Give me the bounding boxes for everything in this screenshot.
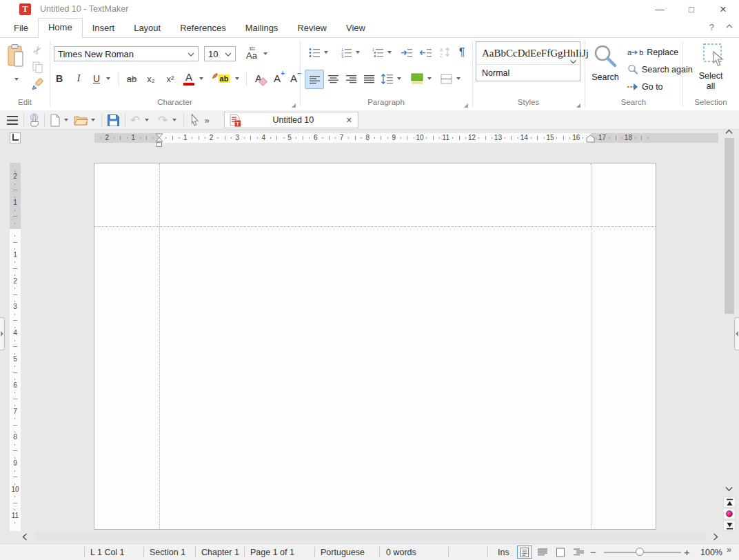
tab-layout[interactable]: Layout <box>124 19 170 37</box>
tab-file[interactable]: File <box>4 19 38 37</box>
align-center-button[interactable] <box>324 70 342 88</box>
tab-home[interactable]: Home <box>38 18 83 38</box>
zoom-slider-thumb[interactable] <box>636 548 644 556</box>
horizontal-ruler[interactable]: 21123456789101112131415161718 <box>94 133 718 143</box>
previous-page-button[interactable] <box>723 497 736 508</box>
superscript-button[interactable]: x² <box>161 70 179 88</box>
tab-view[interactable]: View <box>336 19 375 37</box>
zoom-out-button[interactable]: − <box>590 546 596 558</box>
tab-references[interactable]: References <box>170 19 235 37</box>
shading-dropdown[interactable] <box>427 77 432 82</box>
zoom-in-button[interactable]: + <box>684 546 690 558</box>
chevron-down-icon[interactable] <box>569 57 577 67</box>
numbered-list-button[interactable]: 123 <box>338 45 354 60</box>
statusbar-more-button[interactable]: » <box>727 545 731 554</box>
change-case-dropdown[interactable] <box>263 52 267 57</box>
maximize-button[interactable]: □ <box>676 0 707 18</box>
vertical-ruler[interactable]: 211234567891011 <box>10 163 21 531</box>
paste-dropdown[interactable] <box>14 78 19 83</box>
redo-button[interactable]: ↷ <box>156 112 170 128</box>
shrink-font-button[interactable]: A − <box>285 69 302 88</box>
chapter-indicator[interactable]: Chapter 1 <box>201 548 239 557</box>
reset-formatting-button[interactable]: A <box>250 69 267 88</box>
font-name-combo[interactable]: Times New Roman <box>54 46 199 61</box>
new-document-button[interactable] <box>48 113 62 127</box>
underline-button[interactable]: U <box>88 70 105 88</box>
subscript-button[interactable]: x₂ <box>142 70 160 88</box>
document-tab[interactable]: T Untitled 10 ✕ <box>224 112 358 128</box>
replace-button[interactable]: a b Replace <box>627 46 678 59</box>
minimize-button[interactable]: — <box>644 0 676 18</box>
new-document-dropdown[interactable] <box>64 119 68 123</box>
open-dropdown[interactable] <box>91 119 95 123</box>
character-dialog-launcher[interactable] <box>292 103 296 108</box>
page-indicator[interactable]: Page 1 of 1 <box>250 548 294 557</box>
styles-gallery[interactable]: AaBbCcDdEeFfGgHhIiJj Normal <box>476 41 580 81</box>
multilevel-list-button[interactable]: 1 <box>370 45 386 60</box>
help-icon[interactable]: ? <box>709 22 714 32</box>
close-button[interactable]: ✕ <box>707 0 739 18</box>
multilevel-list-dropdown[interactable] <box>387 51 392 56</box>
collapse-ribbon-icon[interactable] <box>725 22 733 32</box>
highlight-button[interactable]: ab <box>211 70 233 88</box>
decrease-indent-button[interactable] <box>418 45 434 60</box>
bold-button[interactable]: B <box>51 70 68 88</box>
toolbar-more-button[interactable]: » <box>201 113 212 127</box>
numbered-list-dropdown[interactable] <box>356 51 360 56</box>
line-spacing-button[interactable] <box>378 70 396 88</box>
change-case-button[interactable]: Aa <box>243 45 261 63</box>
chevron-down-icon[interactable] <box>225 49 232 59</box>
sort-button[interactable]: AZ <box>437 45 454 60</box>
paragraph-dialog-launcher[interactable] <box>464 103 468 108</box>
font-size-combo[interactable]: 10 <box>204 46 236 61</box>
font-color-dropdown[interactable] <box>199 77 203 82</box>
vertical-scrollbar-thumb[interactable] <box>725 138 734 314</box>
hamburger-menu-button[interactable] <box>6 114 19 126</box>
horizontal-scrollbar-thumb[interactable] <box>36 532 706 541</box>
indent-marker-box[interactable] <box>156 142 162 147</box>
undo-dropdown[interactable] <box>145 119 149 123</box>
document-page[interactable] <box>94 163 656 530</box>
save-button[interactable] <box>105 113 121 127</box>
indent-marker-left[interactable] <box>155 133 163 142</box>
language-indicator[interactable]: Portuguese <box>321 548 365 557</box>
word-count[interactable]: 0 words <box>386 548 416 557</box>
left-panel-handle[interactable] <box>0 317 5 350</box>
right-panel-handle[interactable] <box>734 317 739 350</box>
indent-marker-right[interactable] <box>586 134 595 143</box>
tab-review[interactable]: Review <box>287 19 336 37</box>
document-tab-close-icon[interactable]: ✕ <box>346 116 352 125</box>
paste-button[interactable] <box>6 42 28 70</box>
page-view-button[interactable] <box>517 546 532 559</box>
touch-mode-button[interactable] <box>26 112 41 128</box>
full-page-view-button[interactable] <box>553 546 568 559</box>
borders-dropdown[interactable] <box>456 77 460 82</box>
zoom-level[interactable]: 100% <box>700 548 722 557</box>
browse-object-button[interactable] <box>723 508 736 519</box>
format-painter-button[interactable] <box>29 77 45 93</box>
styles-dialog-launcher[interactable] <box>576 103 580 108</box>
search-button[interactable] <box>590 42 620 71</box>
cursor-position[interactable]: L 1 Col 1 <box>90 548 125 557</box>
borders-button[interactable] <box>437 70 455 88</box>
tab-mailings[interactable]: Mailings <box>236 19 288 37</box>
undo-button[interactable]: ↶ <box>128 112 142 128</box>
next-page-button[interactable] <box>723 520 736 531</box>
object-mode-button[interactable] <box>188 113 201 127</box>
bullet-list-button[interactable] <box>306 45 323 60</box>
tab-stop-selector[interactable] <box>10 132 21 143</box>
section-indicator[interactable]: Section 1 <box>150 548 185 557</box>
goto-button[interactable]: Go to <box>627 81 663 93</box>
formatting-marks-button[interactable]: ¶ <box>455 44 469 61</box>
highlight-dropdown[interactable] <box>235 77 239 82</box>
scroll-down-button[interactable] <box>722 484 735 494</box>
cut-button[interactable]: ✂ <box>30 42 45 57</box>
tab-insert[interactable]: Insert <box>83 19 125 37</box>
scroll-left-button[interactable] <box>18 531 32 542</box>
insert-mode-indicator[interactable]: Ins <box>498 548 509 557</box>
bullet-list-dropdown[interactable] <box>324 51 328 56</box>
grow-font-button[interactable]: A + <box>269 69 285 88</box>
font-color-button[interactable]: A <box>181 69 197 88</box>
open-button[interactable] <box>73 114 88 126</box>
chevron-down-icon[interactable] <box>188 49 194 59</box>
